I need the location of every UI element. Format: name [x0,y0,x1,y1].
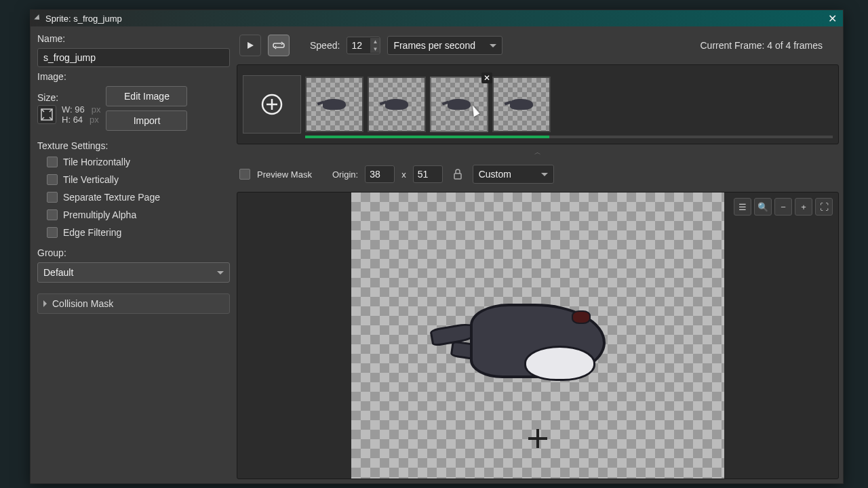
playback-toolbar: Speed: ▲ ▼ Frames per second Current Fra… [237,30,839,60]
origin-crosshair-icon[interactable] [528,429,547,448]
import-button[interactable]: Import [106,110,187,131]
preview-mask-checkbox[interactable] [239,169,250,180]
frames-timeline[interactable] [305,136,833,138]
checkbox-icon[interactable] [47,174,58,185]
tile-vertically-row[interactable]: Tile Vertically [37,173,230,186]
sprite-canvas[interactable]: ☰ 🔍 − + ⛶ [237,192,839,479]
frame-thumb-2[interactable] [368,77,426,132]
checkbox-icon[interactable] [47,227,58,238]
window-title: Sprite: s_frog_jump [45,14,122,24]
speed-input[interactable] [347,37,370,54]
origin-x-input[interactable] [365,165,395,183]
preview-mask-label: Preview Mask [257,169,312,180]
edit-image-button[interactable]: Edit Image [106,86,187,106]
loop-button[interactable] [268,35,290,56]
zoom-tools: ☰ 🔍 − + ⛶ [734,198,833,216]
fullscreen-icon[interactable]: ⛶ [815,198,833,216]
origin-label: Origin: [332,169,358,180]
separate-texture-page-row[interactable]: Separate Texture Page [37,190,230,204]
size-label: Size: [37,92,100,103]
texture-group-dropdown[interactable]: Default [37,262,230,283]
zoom-reset-icon[interactable]: 🔍 [754,198,772,216]
zoom-out-icon[interactable]: − [774,198,792,216]
content: Name: Image: Size: W: 96px H: 64px [31,26,843,483]
sprite-preview [470,304,606,378]
image-label: Image: [37,71,230,82]
svg-rect-2 [454,174,461,179]
frame-thumb-3[interactable]: ✕ [430,77,488,132]
properties-panel: Name: Image: Size: W: 96px H: 64px [35,30,233,479]
checkbox-icon[interactable] [47,192,58,203]
lock-origin-icon[interactable] [450,166,466,182]
collision-mask-section[interactable]: Collision Mask [37,293,230,314]
checkbox-icon[interactable] [47,209,58,220]
titlebar[interactable]: Sprite: s_frog_jump ✕ [31,10,843,26]
name-field[interactable] [37,48,230,67]
zoom-options-icon[interactable]: ☰ [734,198,751,216]
cursor-icon [469,104,480,117]
size-row: Size: W: 96px H: 64px Edit Image Import [37,86,230,131]
collapse-handle-icon[interactable]: ︿ [237,148,839,157]
chevron-down-icon [217,271,224,274]
chevron-down-icon [541,173,548,176]
texture-settings-label: Texture Settings: [37,140,230,151]
size-info: W: 96px H: 64px [62,104,100,125]
origin-bar: Preview Mask Origin: x Custom [237,161,839,188]
name-label: Name: [37,33,230,44]
delete-frame-icon[interactable]: ✕ [481,73,492,83]
group-label: Group: [37,247,230,258]
speed-spinner[interactable]: ▲ ▼ [347,37,380,54]
chevron-right-icon [43,300,47,307]
collapse-triangle-icon[interactable] [34,14,41,22]
speed-label: Speed: [310,40,340,51]
frame-thumb-4[interactable] [492,77,551,132]
play-button[interactable] [239,35,261,56]
checker-background [351,192,724,479]
preview-panel: Speed: ▲ ▼ Frames per second Current Fra… [237,30,839,479]
speed-down-button[interactable]: ▼ [370,45,380,53]
zoom-in-icon[interactable]: + [795,198,812,216]
edge-filtering-row[interactable]: Edge Filtering [37,226,230,239]
chevron-down-icon [490,44,496,47]
origin-y-input[interactable] [413,165,443,183]
add-frame-button[interactable] [243,75,301,134]
resize-icon[interactable] [37,105,56,124]
frame-thumb-1[interactable] [305,77,363,132]
close-icon[interactable]: ✕ [825,12,839,25]
speed-up-button[interactable]: ▲ [370,38,380,45]
sprite-editor-window: Sprite: s_frog_jump ✕ Name: Image: Size:… [30,9,844,484]
origin-mode-dropdown[interactable]: Custom [473,165,554,184]
tile-horizontally-row[interactable]: Tile Horizontally [37,155,230,169]
checkbox-icon[interactable] [47,157,58,167]
current-frame-status: Current Frame: 4 of 4 frames [700,40,823,51]
premultiply-alpha-row[interactable]: Premultiply Alpha [37,208,230,222]
speed-unit-dropdown[interactable]: Frames per second [387,36,502,55]
frames-strip: ✕ [237,64,839,144]
origin-sep: x [401,169,406,180]
